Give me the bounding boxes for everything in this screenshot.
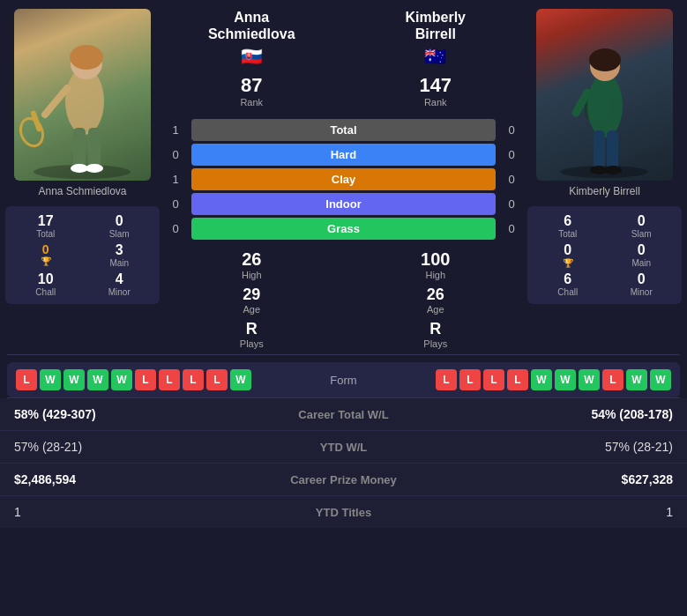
right-photo-block: Kimberly Birrell <box>527 9 682 199</box>
stats-row-3: 1YTD Titles1 <box>0 496 687 528</box>
clay-row: 1 Clay 0 <box>160 168 527 190</box>
grass-btn: Grass <box>191 218 496 240</box>
right-player-silhouette <box>536 9 673 181</box>
right-slam: 0 Slam <box>609 213 676 239</box>
left-age-val: 29 <box>160 286 344 304</box>
form-badge-w: W <box>40 369 61 390</box>
stats-left-2: $2,486,594 <box>14 472 256 486</box>
left-rank-val: 87 <box>160 74 344 97</box>
form-section: LWWWWLLLLW Form LLLLWWWLWW <box>7 362 680 397</box>
form-badge-l: L <box>436 369 457 390</box>
form-badge-l: L <box>183 369 204 390</box>
right-chall-val: 6 <box>564 271 571 287</box>
stats-row-0: 58% (429-307)Career Total W/L54% (208-17… <box>0 398 687 431</box>
left-chall-lbl: Chall <box>35 287 56 297</box>
stats-label-1: YTD W/L <box>256 441 432 454</box>
right-player-photo <box>536 9 673 181</box>
left-mast: 0 🏆 <box>12 242 79 268</box>
left-name-center: AnnaSchmiedlova <box>160 9 344 42</box>
left-minor: 4 Minor <box>86 271 153 297</box>
svg-point-6 <box>17 115 46 149</box>
main-container: Anna Schmiedlova 17 Total 0 Slam 0 🏆 3 <box>0 0 687 528</box>
left-total: 17 Total <box>12 213 79 239</box>
right-high-val: 100 <box>344 249 528 270</box>
svg-point-10 <box>86 164 103 173</box>
right-main: 0 Main <box>609 242 676 268</box>
svg-point-3 <box>70 45 103 70</box>
left-player-silhouette <box>14 9 151 181</box>
svg-rect-17 <box>607 130 618 169</box>
left-mast-val: 0 <box>42 242 49 256</box>
left-minor-val: 4 <box>116 271 123 287</box>
right-minor: 0 Minor <box>609 271 676 297</box>
left-plays-lbl: Plays <box>160 338 344 349</box>
players-section: Anna Schmiedlova 17 Total 0 Slam 0 🏆 3 <box>0 0 687 354</box>
right-mast-lbl: 🏆 <box>563 258 573 268</box>
left-chall: 10 Chall <box>12 271 79 297</box>
right-total-lbl: Total <box>558 229 577 239</box>
hard-row: 0 Hard 0 <box>160 144 527 166</box>
stats-right-0: 54% (208-178) <box>432 407 674 421</box>
stats-label-3: YTD Titles <box>256 506 432 519</box>
left-chall-val: 10 <box>38 271 54 287</box>
total-left: 1 <box>160 123 191 137</box>
indoor-btn: Indoor <box>191 193 496 215</box>
right-photo-bg <box>536 9 673 181</box>
left-total-lbl: Total <box>36 229 55 239</box>
right-high-lbl: High <box>344 270 528 280</box>
left-slam-val: 0 <box>116 213 123 229</box>
stats-row-1: 57% (28-21)YTD W/L57% (28-21) <box>0 431 687 464</box>
stats-left-1: 57% (28-21) <box>14 440 256 454</box>
left-name-display: AnnaSchmiedlova <box>160 9 344 42</box>
right-name-center: KimberlyBirrell <box>344 9 528 42</box>
stats-left-0: 58% (429-307) <box>14 407 256 421</box>
indoor-left: 0 <box>160 197 191 211</box>
surface-scores: 1 Total 0 0 Hard 0 1 Clay 0 0 Indoor <box>160 116 527 242</box>
total-right: 0 <box>496 123 527 137</box>
right-slam-val: 0 <box>638 213 646 229</box>
left-high-val: 26 <box>160 249 344 270</box>
stats-label-2: Career Prize Money <box>256 473 432 486</box>
left-form-badges: LWWWWLLLLW <box>16 369 309 390</box>
left-rank-lbl: Rank <box>160 97 344 108</box>
grass-row: 0 Grass 0 <box>160 218 527 240</box>
right-rank-lbl: Rank <box>344 97 528 108</box>
form-badge-w: W <box>230 369 251 390</box>
left-flag: 🇸🇰 <box>160 46 344 67</box>
stats-table: 58% (429-307)Career Total W/L54% (208-17… <box>0 398 687 528</box>
total-btn: Total <box>191 119 496 141</box>
right-minor-lbl: Minor <box>631 287 653 297</box>
right-slam-lbl: Slam <box>631 229 652 239</box>
stats-row-2: $2,486,594Career Prize Money$627,328 <box>0 464 687 496</box>
right-total-val: 6 <box>564 213 571 229</box>
right-stats-grid: 6 Total 0 Slam 0 🏆 0 Main 6 Chall <box>527 206 682 304</box>
indoor-row: 0 Indoor 0 <box>160 193 527 215</box>
svg-rect-7 <box>73 128 86 167</box>
form-badge-w: W <box>111 369 132 390</box>
hard-right: 0 <box>496 148 527 161</box>
svg-point-13 <box>587 74 623 137</box>
svg-point-19 <box>604 166 622 174</box>
right-mast-val: 0 <box>564 242 571 258</box>
right-player-name-tag: Kimberly Birrell <box>569 185 640 199</box>
clay-btn: Clay <box>191 168 496 190</box>
left-high-lbl: High <box>160 270 344 280</box>
divider-1 <box>7 354 680 355</box>
left-player-name-tag: Anna Schmiedlova <box>38 185 126 199</box>
form-badge-l: L <box>206 369 228 390</box>
form-badge-l: L <box>459 369 481 390</box>
form-badge-l: L <box>135 369 156 390</box>
form-badge-w: W <box>555 369 576 390</box>
indoor-right: 0 <box>496 197 527 211</box>
form-badge-l: L <box>159 369 180 390</box>
svg-line-4 <box>45 88 67 115</box>
right-plays-val: R <box>344 320 528 338</box>
svg-rect-8 <box>88 128 101 167</box>
form-badge-w: W <box>579 369 600 390</box>
left-plays-val: R <box>160 320 344 338</box>
left-main-lbl: Main <box>109 258 129 268</box>
hard-left: 0 <box>160 148 191 161</box>
right-age-val: 26 <box>344 286 528 304</box>
left-stats-grid: 17 Total 0 Slam 0 🏆 3 Main 10 Chall <box>5 206 160 304</box>
form-badge-w: W <box>650 369 671 390</box>
